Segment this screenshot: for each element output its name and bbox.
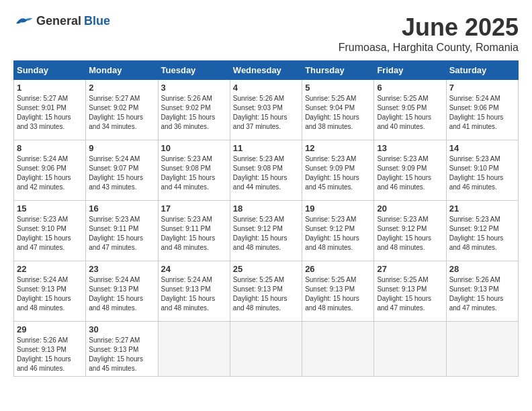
day-number: 22: [17, 264, 83, 274]
day-info: Sunrise: 5:23 AMSunset: 9:12 PMDaylight:…: [377, 215, 443, 253]
table-row: 29Sunrise: 5:26 AMSunset: 9:13 PMDayligh…: [14, 322, 86, 377]
title-section: June 2025 Frumoasa, Harghita County, Rom…: [339, 13, 519, 54]
day-number: 30: [89, 324, 154, 334]
day-info: Sunrise: 5:23 AMSunset: 9:08 PMDaylight:…: [233, 154, 299, 192]
calendar-week-3: 15Sunrise: 5:23 AMSunset: 9:10 PMDayligh…: [14, 201, 519, 261]
day-info: Sunrise: 5:23 AMSunset: 9:11 PMDaylight:…: [161, 215, 227, 253]
day-number: 2: [89, 83, 154, 93]
day-info: Sunrise: 5:23 AMSunset: 9:11 PMDaylight:…: [89, 215, 154, 253]
table-row: 4Sunrise: 5:26 AMSunset: 9:03 PMDaylight…: [230, 80, 302, 140]
table-row: 30Sunrise: 5:27 AMSunset: 9:13 PMDayligh…: [86, 322, 158, 377]
calendar-week-1: 1Sunrise: 5:27 AMSunset: 9:01 PMDaylight…: [14, 80, 519, 140]
day-info: Sunrise: 5:24 AMSunset: 9:06 PMDaylight:…: [449, 94, 515, 132]
day-number: 5: [305, 83, 371, 93]
day-info: Sunrise: 5:26 AMSunset: 9:13 PMDaylight:…: [17, 336, 83, 373]
day-number: 15: [17, 203, 83, 214]
day-info: Sunrise: 5:23 AMSunset: 9:09 PMDaylight:…: [305, 154, 371, 192]
day-number: 10: [161, 143, 227, 153]
day-number: 8: [17, 143, 83, 153]
day-info: Sunrise: 5:25 AMSunset: 9:13 PMDaylight:…: [305, 275, 371, 313]
table-row: 17Sunrise: 5:23 AMSunset: 9:11 PMDayligh…: [158, 201, 230, 261]
table-row: [374, 322, 446, 377]
day-number: 3: [161, 83, 227, 93]
table-row: 5Sunrise: 5:25 AMSunset: 9:04 PMDaylight…: [302, 80, 374, 140]
day-number: 24: [161, 264, 227, 274]
day-info: Sunrise: 5:27 AMSunset: 9:01 PMDaylight:…: [17, 94, 83, 132]
calendar-header-row: Sunday Monday Tuesday Wednesday Thursday…: [14, 61, 519, 80]
header-wednesday: Wednesday: [230, 61, 302, 80]
header-monday: Monday: [86, 61, 158, 80]
day-info: Sunrise: 5:25 AMSunset: 9:04 PMDaylight:…: [305, 94, 371, 132]
day-number: 9: [89, 143, 154, 153]
day-info: Sunrise: 5:27 AMSunset: 9:02 PMDaylight:…: [89, 94, 154, 132]
table-row: 2Sunrise: 5:27 AMSunset: 9:02 PMDaylight…: [86, 80, 158, 140]
day-number: 20: [377, 203, 443, 214]
logo-bird-icon: [13, 13, 34, 28]
table-row: 8Sunrise: 5:24 AMSunset: 9:06 PMDaylight…: [14, 140, 86, 201]
day-number: 7: [449, 83, 515, 93]
calendar-table: Sunday Monday Tuesday Wednesday Thursday…: [13, 60, 519, 377]
day-info: Sunrise: 5:24 AMSunset: 9:07 PMDaylight:…: [89, 154, 154, 192]
day-info: Sunrise: 5:23 AMSunset: 9:12 PMDaylight:…: [449, 215, 515, 253]
day-number: 12: [305, 143, 371, 153]
day-info: Sunrise: 5:24 AMSunset: 9:13 PMDaylight:…: [161, 275, 227, 313]
day-info: Sunrise: 5:25 AMSunset: 9:13 PMDaylight:…: [233, 275, 299, 313]
table-row: 27Sunrise: 5:25 AMSunset: 9:13 PMDayligh…: [374, 261, 446, 322]
day-info: Sunrise: 5:24 AMSunset: 9:13 PMDaylight:…: [89, 275, 154, 313]
logo-general-text: General: [36, 14, 81, 28]
month-title: June 2025: [339, 13, 519, 42]
table-row: 6Sunrise: 5:25 AMSunset: 9:05 PMDaylight…: [374, 80, 446, 140]
day-number: 21: [449, 203, 515, 214]
header-tuesday: Tuesday: [158, 61, 230, 80]
day-info: Sunrise: 5:25 AMSunset: 9:05 PMDaylight:…: [377, 94, 443, 132]
table-row: 3Sunrise: 5:26 AMSunset: 9:02 PMDaylight…: [158, 80, 230, 140]
day-info: Sunrise: 5:24 AMSunset: 9:06 PMDaylight:…: [17, 154, 83, 192]
table-row: 11Sunrise: 5:23 AMSunset: 9:08 PMDayligh…: [230, 140, 302, 201]
header-sunday: Sunday: [14, 61, 86, 80]
day-info: Sunrise: 5:23 AMSunset: 9:10 PMDaylight:…: [17, 215, 83, 253]
day-number: 23: [89, 264, 154, 274]
table-row: [230, 322, 302, 377]
table-row: 21Sunrise: 5:23 AMSunset: 9:12 PMDayligh…: [446, 201, 518, 261]
table-row: 23Sunrise: 5:24 AMSunset: 9:13 PMDayligh…: [86, 261, 158, 322]
day-number: 27: [377, 264, 443, 274]
day-number: 18: [233, 203, 299, 214]
day-number: 25: [233, 264, 299, 274]
calendar-week-2: 8Sunrise: 5:24 AMSunset: 9:06 PMDaylight…: [14, 140, 519, 201]
table-row: 1Sunrise: 5:27 AMSunset: 9:01 PMDaylight…: [14, 80, 86, 140]
day-number: 13: [377, 143, 443, 153]
day-info: Sunrise: 5:23 AMSunset: 9:09 PMDaylight:…: [377, 154, 443, 192]
day-number: 11: [233, 143, 299, 153]
table-row: 16Sunrise: 5:23 AMSunset: 9:11 PMDayligh…: [86, 201, 158, 261]
table-row: 15Sunrise: 5:23 AMSunset: 9:10 PMDayligh…: [14, 201, 86, 261]
table-row: 7Sunrise: 5:24 AMSunset: 9:06 PMDaylight…: [446, 80, 518, 140]
table-row: 10Sunrise: 5:23 AMSunset: 9:08 PMDayligh…: [158, 140, 230, 201]
table-row: [302, 322, 374, 377]
calendar-week-5: 29Sunrise: 5:26 AMSunset: 9:13 PMDayligh…: [14, 322, 519, 377]
day-number: 28: [449, 264, 515, 274]
day-number: 1: [17, 83, 83, 93]
header-thursday: Thursday: [302, 61, 374, 80]
day-info: Sunrise: 5:24 AMSunset: 9:13 PMDaylight:…: [17, 275, 83, 313]
table-row: 26Sunrise: 5:25 AMSunset: 9:13 PMDayligh…: [302, 261, 374, 322]
table-row: 9Sunrise: 5:24 AMSunset: 9:07 PMDaylight…: [86, 140, 158, 201]
day-info: Sunrise: 5:23 AMSunset: 9:12 PMDaylight:…: [233, 215, 299, 253]
day-number: 14: [449, 143, 515, 153]
table-row: 20Sunrise: 5:23 AMSunset: 9:12 PMDayligh…: [374, 201, 446, 261]
logo-blue-text: Blue: [84, 14, 110, 28]
location-subtitle: Frumoasa, Harghita County, Romania: [339, 42, 519, 54]
table-row: [158, 322, 230, 377]
day-number: 16: [89, 203, 154, 214]
day-info: Sunrise: 5:26 AMSunset: 9:03 PMDaylight:…: [233, 94, 299, 132]
logo: General Blue: [13, 13, 110, 28]
day-number: 6: [377, 83, 443, 93]
day-number: 26: [305, 264, 371, 274]
day-number: 4: [233, 83, 299, 93]
table-row: 19Sunrise: 5:23 AMSunset: 9:12 PMDayligh…: [302, 201, 374, 261]
table-row: [446, 322, 518, 377]
table-row: 22Sunrise: 5:24 AMSunset: 9:13 PMDayligh…: [14, 261, 86, 322]
calendar-week-4: 22Sunrise: 5:24 AMSunset: 9:13 PMDayligh…: [14, 261, 519, 322]
table-row: 24Sunrise: 5:24 AMSunset: 9:13 PMDayligh…: [158, 261, 230, 322]
day-info: Sunrise: 5:25 AMSunset: 9:13 PMDaylight:…: [377, 275, 443, 313]
header-friday: Friday: [374, 61, 446, 80]
